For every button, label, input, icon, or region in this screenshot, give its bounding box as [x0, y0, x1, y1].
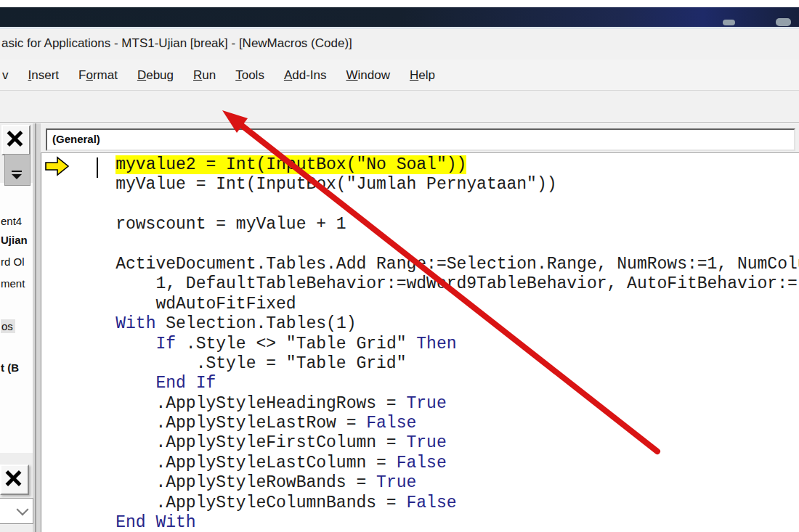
- panel-options-dropdown[interactable]: [4, 154, 31, 186]
- tree-item-fragment[interactable]: t (B: [1, 361, 19, 374]
- tree-item-fragment[interactable]: os: [1, 319, 15, 333]
- tree-item-fragment[interactable]: rd Ol: [1, 255, 25, 268]
- object-selector-dropdown[interactable]: (General): [46, 128, 795, 151]
- properties-close-button[interactable]: [0, 465, 29, 495]
- code-lines[interactable]: myvalue2 = Int(InputBox("No Soal")) myVa…: [76, 155, 799, 532]
- menu-item-insert[interactable]: Insert: [28, 68, 60, 83]
- properties-object-dropdown[interactable]: [0, 498, 33, 524]
- header-pill-icon[interactable]: [776, 18, 791, 26]
- panel-edge-line: [35, 123, 36, 532]
- code-line[interactable]: .ApplyStyleHeadingRows = True: [76, 394, 799, 414]
- code-line[interactable]: ActiveDocument.Tables.Add Range:=Selecti…: [76, 255, 799, 274]
- code-line[interactable]: .ApplyStyleLastRow = False: [76, 414, 799, 433]
- code-line[interactable]: If .Style <> "Table Grid" Then: [76, 335, 799, 354]
- code-line[interactable]: .ApplyStyleColumnBands = False: [76, 494, 799, 513]
- code-line[interactable]: .ApplyStyleLastColumn = False: [76, 454, 799, 473]
- panel-edge[interactable]: [33, 123, 41, 532]
- menu-item-run[interactable]: Run: [193, 68, 216, 83]
- code-line[interactable]: End If: [76, 374, 799, 393]
- menu-item-addins[interactable]: Add-Ins: [284, 68, 327, 83]
- window-title: asic for Applications - MTS1-Ujian [brea…: [1, 36, 352, 51]
- object-selector-value: (General): [52, 133, 794, 145]
- menu-item-window[interactable]: Window: [346, 68, 389, 83]
- header-pill-icon[interactable]: [723, 20, 735, 25]
- dropdown-line: [12, 171, 22, 172]
- code-line[interactable]: myValue = Int(InputBox("Jumlah Pernyataa…: [76, 175, 799, 195]
- menu-item-tools[interactable]: Tools: [235, 68, 264, 83]
- code-line[interactable]: End With: [76, 513, 799, 532]
- code-line[interactable]: wdAutoFitFixed: [76, 295, 799, 314]
- menu-item-format[interactable]: Format: [78, 68, 118, 83]
- chevron-down-icon: [12, 174, 22, 179]
- project-explorer-close-button[interactable]: [1, 125, 31, 155]
- code-line[interactable]: [76, 235, 799, 255]
- menu-bar: vInsertFormatDebugRunToolsAdd-InsWindowH…: [0, 60, 799, 91]
- tree-item-fragment[interactable]: ent4: [1, 215, 22, 227]
- code-line[interactable]: 1, DefaultTableBehavior:=wdWord9TableBeh…: [76, 274, 799, 294]
- code-line[interactable]: rowscount = myValue + 1: [76, 215, 799, 234]
- code-line[interactable]: [76, 195, 799, 215]
- menu-item-v[interactable]: v: [2, 68, 9, 83]
- vba-editor-window: asic for Applications - MTS1-Ujian [brea…: [0, 0, 799, 532]
- current-execution-arrow-icon: [44, 155, 73, 177]
- standard-toolbar: ↶ ↷ ? Ln 16, C: [0, 91, 799, 122]
- code-line[interactable]: .Style = "Table Grid": [76, 354, 799, 374]
- code-line[interactable]: .ApplyStyleFirstColumn = True: [76, 433, 799, 453]
- tree-item-fragment[interactable]: ment: [1, 277, 25, 290]
- code-line[interactable]: .ApplyStyleRowBands = True: [76, 473, 799, 493]
- top-white-strip: [0, 0, 799, 7]
- code-line[interactable]: With Selection.Tables(1): [76, 314, 799, 334]
- chevron-down-icon: [17, 504, 29, 516]
- dark-header-bar: [0, 7, 799, 27]
- tree-item-fragment[interactable]: Ujian: [1, 234, 28, 246]
- menu-item-debug[interactable]: Debug: [137, 68, 174, 83]
- menu-item-help[interactable]: Help: [410, 68, 435, 83]
- code-line[interactable]: myvalue2 = Int(InputBox("No Soal")): [76, 155, 799, 175]
- title-bar: asic for Applications - MTS1-Ujian [brea…: [0, 29, 799, 60]
